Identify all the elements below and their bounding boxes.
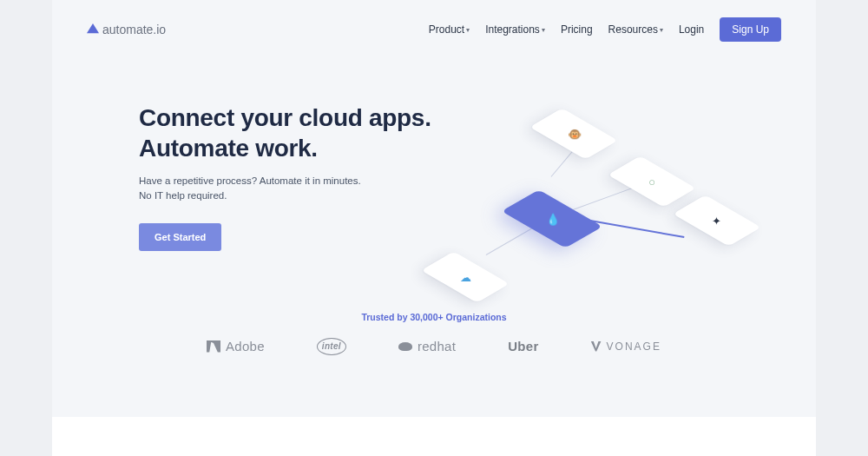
circle-icon: ○ <box>648 175 655 188</box>
main-nav: Product▾ Integrations▾ Pricing Resources… <box>429 17 781 42</box>
nav-product[interactable]: Product▾ <box>429 23 470 36</box>
logo-text: automate.io <box>102 23 166 36</box>
logo-droplet-icon <box>87 23 99 36</box>
site-header: automate.io Product▾ Integrations▾ Prici… <box>52 0 816 42</box>
chevron-down-icon: ▾ <box>542 26 545 34</box>
automate-center-tile: 💧 <box>502 189 603 248</box>
get-started-button[interactable]: Get Started <box>139 223 221 251</box>
brand-redhat: redhat <box>398 339 456 354</box>
sendgrid-tile: ✦ <box>673 195 761 246</box>
footer-strip <box>52 417 816 456</box>
trusted-section: Trusted by 30,000+ Organizations Adobe i… <box>52 312 816 373</box>
monkey-icon: 🐵 <box>567 128 581 141</box>
vonage-icon <box>591 341 602 352</box>
connector-line <box>590 220 685 238</box>
chevron-down-icon: ▾ <box>466 26 470 34</box>
mailchimp-tile: 🐵 <box>529 108 618 159</box>
hero-section: Connect your cloud apps. Automate work. … <box>52 42 816 251</box>
cloud-icon: ☁ <box>460 271 471 284</box>
brand-uber: Uber <box>508 339 538 354</box>
adobe-icon <box>207 340 220 353</box>
brand-logos-row: Adobe intel redhat Uber VONAGE <box>52 338 816 355</box>
star-icon: ✦ <box>712 215 721 228</box>
chevron-down-icon: ▾ <box>660 26 663 34</box>
logo[interactable]: automate.io <box>87 23 166 36</box>
salesforce-tile: ☁ <box>421 251 510 302</box>
hero-illustration: 🐵 💧 ○ ✦ ☁ <box>382 89 755 315</box>
nav-login[interactable]: Login <box>679 23 704 36</box>
droplet-icon: 💧 <box>545 213 559 226</box>
nav-resources[interactable]: Resources▾ <box>608 23 663 36</box>
brand-vonage: VONAGE <box>591 340 661 353</box>
brand-intel: intel <box>317 338 346 355</box>
connector-line <box>573 186 639 210</box>
redhat-icon <box>398 342 412 351</box>
intel-icon: intel <box>317 338 346 355</box>
sign-up-button[interactable]: Sign Up <box>720 17 781 42</box>
nav-integrations[interactable]: Integrations▾ <box>485 23 545 36</box>
helpscout-tile: ○ <box>608 155 696 207</box>
connector-line <box>486 224 539 255</box>
nav-pricing[interactable]: Pricing <box>561 23 593 36</box>
brand-adobe: Adobe <box>207 339 265 354</box>
